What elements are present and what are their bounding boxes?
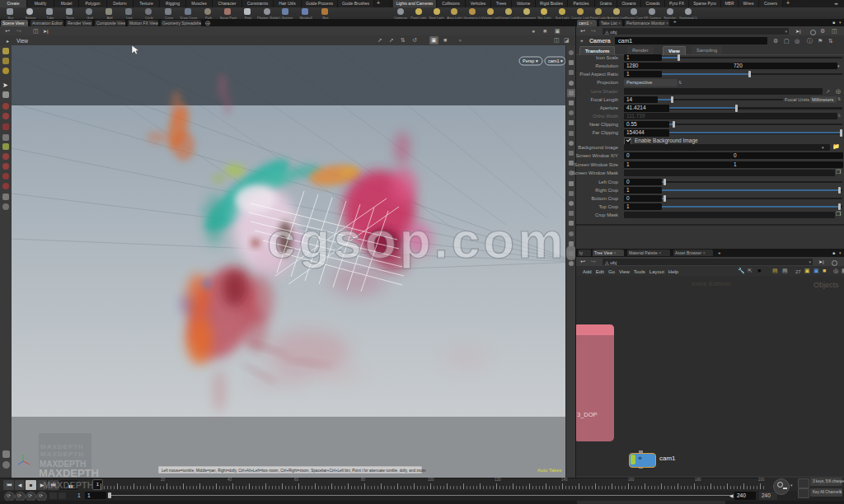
svg-text:Left mouse=tumble, Middle=pan,: Left mouse=tumble, Middle=pan, Right=dol… [162,469,426,473]
svg-text:MAXDEPTH: MAXDEPTH [40,443,84,450]
svg-text:MAXDEPTH: MAXDEPTH [39,467,99,478]
svg-text:MAXDEPTH: MAXDEPTH [40,450,84,458]
svg-text:cam1 ▾: cam1 ▾ [548,58,563,63]
svg-text:Auto Takes: Auto Takes [537,468,562,473]
svg-text:cgsop.com: cgsop.com [267,212,565,268]
svg-text:Persp ▾: Persp ▾ [523,58,538,63]
